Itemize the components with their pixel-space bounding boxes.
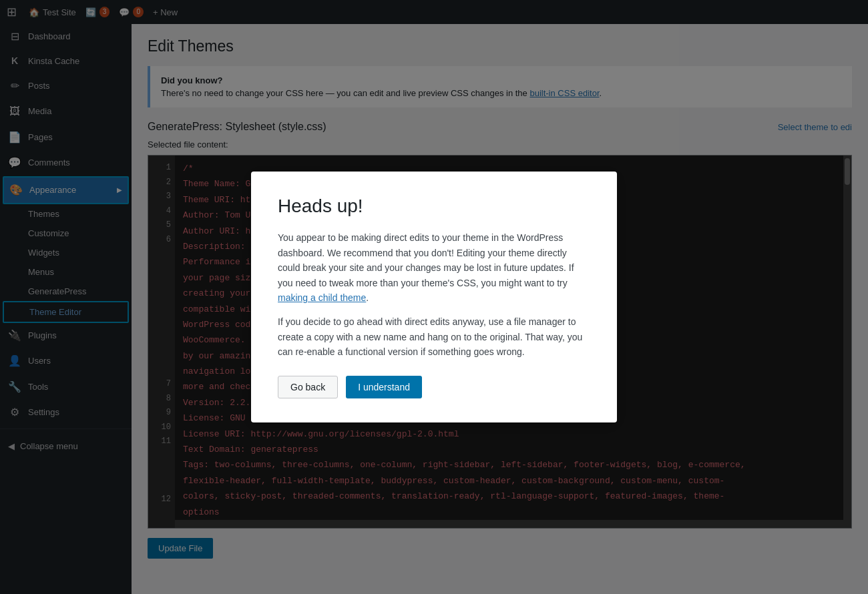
modal-paragraph-1: You appear to be making direct edits to … (278, 230, 590, 305)
child-theme-link[interactable]: making a child theme (278, 292, 366, 303)
modal-p1-text: You appear to be making direct edits to … (278, 232, 574, 288)
go-back-button[interactable]: Go back (278, 376, 338, 398)
modal-paragraph-2: If you decide to go ahead with direct ed… (278, 314, 590, 359)
modal-dialog: Heads up! You appear to be making direct… (251, 172, 617, 422)
modal-p1-after: . (366, 292, 369, 303)
i-understand-button[interactable]: I understand (346, 376, 422, 398)
modal-buttons: Go back I understand (278, 376, 590, 398)
modal-body: You appear to be making direct edits to … (278, 230, 590, 359)
modal-overlay: Heads up! You appear to be making direct… (0, 0, 868, 594)
modal-title: Heads up! (278, 196, 590, 217)
